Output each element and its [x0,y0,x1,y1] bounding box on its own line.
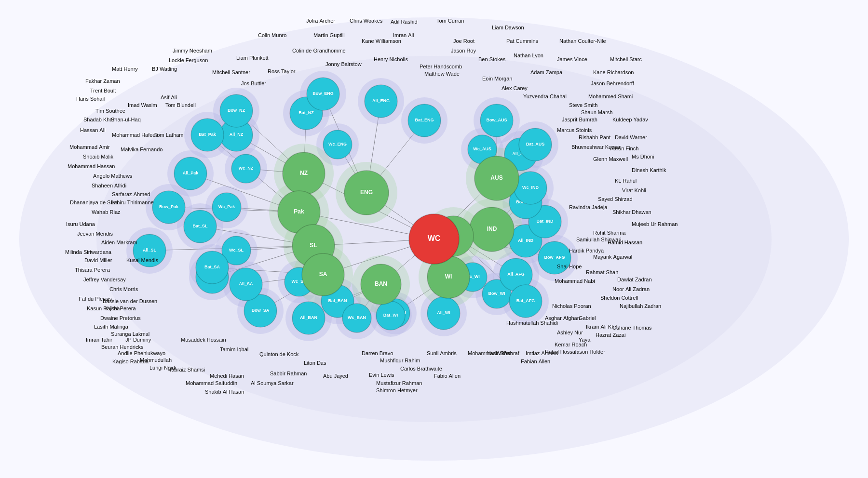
network-canvas [0,0,868,478]
